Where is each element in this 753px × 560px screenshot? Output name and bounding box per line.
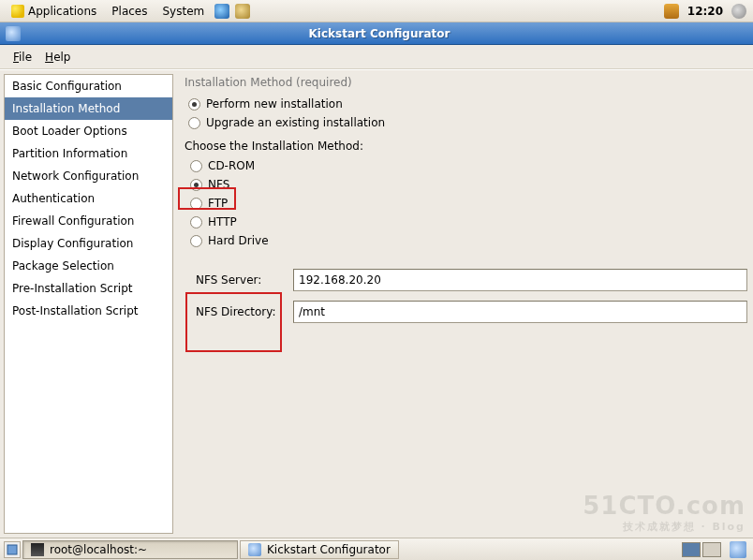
disk-icon bbox=[235, 4, 250, 19]
content-pane: Installation Method (required) Perform n… bbox=[173, 70, 753, 538]
window-titlebar[interactable]: Kickstart Configurator bbox=[0, 22, 753, 45]
panel-places[interactable]: Places bbox=[104, 3, 155, 20]
sidebar-item-authentication[interactable]: Authentication bbox=[5, 187, 172, 210]
panel-launcher-1[interactable] bbox=[212, 2, 232, 21]
taskbar-kickstart-label: Kickstart Configurator bbox=[267, 543, 391, 556]
gnome-top-panel: Applications Places System 12:20 bbox=[0, 0, 753, 22]
radio-cdrom-label: CD-ROM bbox=[208, 159, 255, 172]
main-area: Basic Configuration Installation Method … bbox=[0, 69, 753, 538]
panel-system[interactable]: System bbox=[155, 3, 212, 20]
panel-system-label: System bbox=[162, 5, 204, 18]
speaker-icon bbox=[731, 4, 746, 19]
sidebar-item-package-selection[interactable]: Package Selection bbox=[5, 255, 172, 277]
svg-rect-0 bbox=[7, 545, 17, 554]
sidebar-item-label: Partition Information bbox=[12, 147, 127, 160]
radio-harddrive[interactable] bbox=[190, 235, 202, 247]
show-desktop-button[interactable] bbox=[4, 541, 21, 558]
sidebar-item-label: Package Selection bbox=[12, 259, 114, 273]
nfs-server-label: NFS Server: bbox=[196, 273, 286, 287]
sidebar-item-partition-information[interactable]: Partition Information bbox=[5, 142, 172, 165]
nfs-server-input[interactable] bbox=[293, 269, 747, 291]
menu-file[interactable]: File bbox=[7, 48, 37, 66]
sidebar-item-label: Installation Method bbox=[12, 102, 120, 115]
gnome-bottom-panel: root@localhost:~ Kickstart Configurator bbox=[0, 538, 753, 560]
radio-ftp-label: FTP bbox=[208, 197, 228, 210]
panel-trash[interactable] bbox=[727, 539, 749, 560]
menu-file-label: ile bbox=[19, 51, 32, 64]
radio-row-new-install[interactable]: Perform new installation bbox=[183, 95, 747, 113]
panel-applications-label: Applications bbox=[28, 5, 96, 18]
section-title: Installation Method (required) bbox=[183, 74, 747, 95]
radio-row-nfs[interactable]: NFS bbox=[185, 175, 747, 194]
radio-upgrade[interactable] bbox=[188, 117, 200, 129]
radio-nfs-label: NFS bbox=[208, 178, 229, 191]
sidebar-item-post-installation-script[interactable]: Post-Installation Script bbox=[5, 300, 172, 322]
sidebar-item-pre-installation-script[interactable]: Pre-Installation Script bbox=[5, 277, 172, 300]
terminal-icon bbox=[31, 543, 44, 556]
sidebar-item-label: Boot Loader Options bbox=[12, 125, 127, 138]
radio-harddrive-label: Hard Drive bbox=[208, 234, 269, 247]
panel-launcher-2[interactable] bbox=[232, 2, 253, 21]
trash-icon bbox=[730, 541, 746, 558]
sidebar-item-display-configuration[interactable]: Display Configuration bbox=[5, 232, 172, 255]
sidebar-item-boot-loader-options[interactable]: Boot Loader Options bbox=[5, 120, 172, 142]
radio-row-upgrade[interactable]: Upgrade an existing installation bbox=[183, 113, 747, 132]
radio-cdrom[interactable] bbox=[190, 160, 202, 172]
app-menubar: File Help bbox=[0, 45, 753, 69]
method-radio-group: CD-ROM NFS FTP HTTP Hard Drive bbox=[183, 156, 747, 250]
radio-ftp[interactable] bbox=[190, 198, 202, 210]
nfs-directory-label: NFS Directory: bbox=[196, 305, 286, 318]
window-title: Kickstart Configurator bbox=[26, 27, 732, 40]
radio-nfs[interactable] bbox=[190, 179, 202, 191]
box-icon bbox=[664, 4, 679, 19]
radio-http-label: HTTP bbox=[208, 215, 237, 228]
radio-new-install-label: Perform new installation bbox=[206, 97, 343, 111]
panel-clock[interactable]: 12:20 bbox=[682, 5, 729, 18]
sidebar-item-firewall-configuration[interactable]: Firewall Configuration bbox=[5, 210, 172, 232]
kickstart-icon bbox=[248, 543, 261, 556]
taskbar-terminal[interactable]: root@localhost:~ bbox=[22, 540, 238, 559]
sidebar-item-label: Display Configuration bbox=[12, 237, 133, 250]
radio-row-http[interactable]: HTTP bbox=[185, 213, 747, 231]
applications-icon bbox=[11, 5, 24, 18]
sidebar-item-label: Authentication bbox=[12, 192, 95, 205]
workspace-switcher[interactable] bbox=[682, 542, 721, 557]
radio-new-install[interactable] bbox=[188, 98, 200, 111]
globe-icon bbox=[214, 4, 229, 19]
nfs-form: NFS Server: NFS Directory: bbox=[183, 269, 747, 323]
sidebar-item-network-configuration[interactable]: Network Configuration bbox=[5, 165, 172, 187]
panel-update-icon[interactable] bbox=[661, 2, 682, 21]
nfs-directory-input[interactable] bbox=[293, 301, 747, 323]
taskbar-terminal-label: root@localhost:~ bbox=[50, 543, 147, 556]
sidebar-item-installation-method[interactable]: Installation Method bbox=[5, 97, 172, 120]
panel-volume[interactable] bbox=[729, 2, 749, 21]
workspace-2[interactable] bbox=[702, 542, 721, 557]
sidebar-item-label: Basic Configuration bbox=[12, 80, 122, 93]
menu-help-label: elp bbox=[53, 51, 70, 64]
panel-places-label: Places bbox=[111, 5, 147, 18]
sidebar: Basic Configuration Installation Method … bbox=[4, 74, 173, 534]
app-icon bbox=[6, 26, 21, 41]
panel-applications[interactable]: Applications bbox=[4, 3, 104, 20]
radio-upgrade-label: Upgrade an existing installation bbox=[206, 116, 385, 129]
radio-row-ftp[interactable]: FTP bbox=[185, 194, 747, 213]
taskbar-kickstart[interactable]: Kickstart Configurator bbox=[240, 540, 399, 559]
sidebar-item-label: Post-Installation Script bbox=[12, 304, 139, 317]
sidebar-item-label: Network Configuration bbox=[12, 169, 139, 183]
menu-help[interactable]: Help bbox=[39, 48, 76, 66]
radio-row-harddrive[interactable]: Hard Drive bbox=[185, 231, 747, 250]
radio-row-cdrom[interactable]: CD-ROM bbox=[185, 156, 747, 175]
show-desktop-icon bbox=[7, 544, 18, 555]
sidebar-item-label: Pre-Installation Script bbox=[12, 282, 133, 295]
sidebar-item-label: Firewall Configuration bbox=[12, 214, 134, 228]
workspace-1[interactable] bbox=[682, 542, 701, 557]
method-section-label: Choose the Installation Method: bbox=[183, 132, 747, 156]
sidebar-item-basic-configuration[interactable]: Basic Configuration bbox=[5, 75, 172, 97]
radio-http[interactable] bbox=[190, 216, 202, 228]
